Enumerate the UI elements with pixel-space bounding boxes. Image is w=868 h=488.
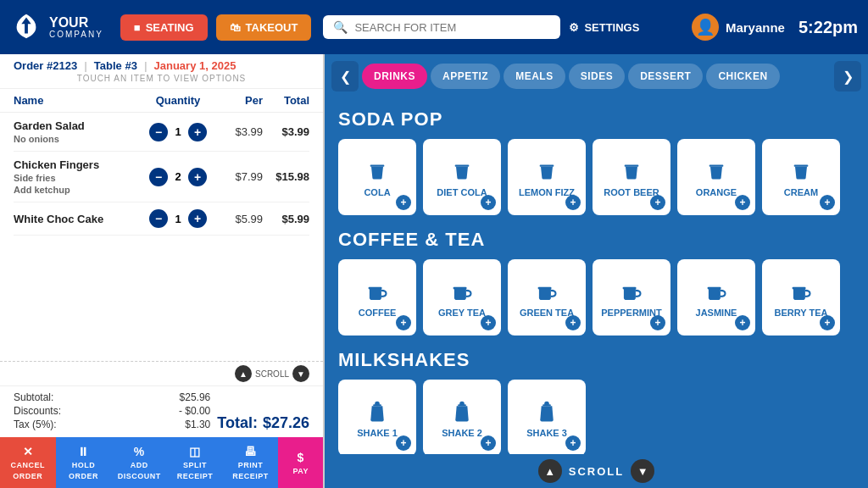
order-info-bar: Order #2123 | Table #3 | January 1, 2025… <box>0 54 323 89</box>
add-item-icon[interactable]: + <box>735 195 750 210</box>
add-item-icon[interactable]: + <box>735 315 750 330</box>
add-item-icon[interactable]: + <box>650 315 665 330</box>
column-headers: Name Quantity Per Total <box>0 89 323 113</box>
print-button[interactable]: 🖶PRINTRECEIPT <box>223 437 279 488</box>
add-item-icon[interactable]: + <box>481 435 496 451</box>
scroll-up-button[interactable]: ▲ <box>235 365 252 382</box>
menu-item-label: ORANGE <box>696 187 737 197</box>
increase-qty-button[interactable]: + <box>188 123 207 141</box>
add-item-icon[interactable]: + <box>565 195 581 210</box>
subtotal-row: Subtotal: $25.96 <box>14 391 210 403</box>
tab-dessert[interactable]: DESSERT <box>628 64 703 89</box>
table-row[interactable]: Garden Salad No onions − 1 + $3.99 $3.99 <box>14 113 309 152</box>
increase-qty-button[interactable]: + <box>188 168 207 186</box>
menu-item[interactable]: SHAKE 2 + <box>423 380 501 454</box>
add-item-icon[interactable]: + <box>565 435 581 451</box>
menu-item-label: SHAKE 2 <box>442 428 482 438</box>
increase-qty-button[interactable]: + <box>188 209 207 228</box>
seating-button[interactable]: ■ SEATING <box>120 14 208 41</box>
menu-item[interactable]: JASMINE + <box>677 259 755 336</box>
main-content: Order #2123 | Table #3 | January 1, 2025… <box>0 54 868 488</box>
col-header-qty: Quantity <box>144 94 212 107</box>
section-title: MILKSHAKES <box>338 349 854 371</box>
add-item-icon[interactable]: + <box>481 315 496 330</box>
add-item-icon[interactable]: + <box>820 195 835 210</box>
cup-icon <box>535 160 559 184</box>
add-item-icon[interactable]: + <box>565 315 581 330</box>
menu-item-label: SHAKE 3 <box>526 428 567 438</box>
menu-item[interactable]: SHAKE 3 + <box>508 380 586 454</box>
item-price: $5.99 <box>212 213 263 225</box>
time-display: 5:22pm <box>798 18 858 37</box>
item-total: $3.99 <box>263 125 309 138</box>
menu-item[interactable]: DIET COLA + <box>423 139 501 215</box>
menu-item[interactable]: BERRY TEA + <box>762 259 840 336</box>
pay-icon: $ <box>298 451 304 464</box>
svg-point-15 <box>459 402 465 407</box>
menu-item-label: COLA <box>364 187 390 197</box>
menu-section: MILKSHAKES SHAKE 1 + SHAKE 2 + SHAKE <box>338 349 854 454</box>
mug-icon <box>535 280 559 304</box>
avatar: 👤 <box>692 14 719 41</box>
table-number: Table #3 <box>94 59 137 72</box>
decrease-qty-button[interactable]: − <box>149 123 168 141</box>
svg-rect-2 <box>540 165 554 167</box>
search-box[interactable]: 🔍 <box>323 15 560 39</box>
add-item-icon[interactable]: + <box>481 195 496 210</box>
item-price: $7.99 <box>212 170 263 183</box>
mug-icon <box>365 280 389 304</box>
table-row[interactable]: White Choc Cake − 1 + $5.99 $5.99 <box>14 202 309 236</box>
mug-icon <box>789 280 813 304</box>
cup-icon <box>365 160 389 184</box>
menu-item[interactable]: ORANGE + <box>677 139 755 215</box>
tab-chicken[interactable]: CHICKEN <box>706 64 779 89</box>
hold-button[interactable]: ⏸HOLDORDER <box>56 437 112 488</box>
svg-rect-11 <box>793 287 806 290</box>
menu-item[interactable]: LEMON FIZZ + <box>508 139 586 215</box>
add-item-icon[interactable]: + <box>396 195 411 210</box>
tab-drinks[interactable]: DRINKS <box>362 64 427 89</box>
scroll-indicator: ▲ SCROLL ▼ <box>0 361 323 385</box>
scroll-down-button[interactable]: ▼ <box>292 365 309 382</box>
menu-item[interactable]: SHAKE 1 + <box>338 380 416 454</box>
menu-item[interactable]: COLA + <box>338 139 416 215</box>
settings-button[interactable]: ⚙ SETTINGS <box>569 21 639 34</box>
tab-appetiz[interactable]: APPETIZ <box>431 64 500 89</box>
company-name: YOUR COMPANY <box>49 15 103 40</box>
svg-rect-8 <box>538 287 552 290</box>
menu-item-label: LEMON FIZZ <box>519 187 575 197</box>
decrease-qty-button[interactable]: − <box>149 168 168 186</box>
menu-item[interactable]: COFFEE + <box>338 259 416 336</box>
menu-scroll-down-button[interactable]: ▼ <box>631 459 654 483</box>
add-item-icon[interactable]: + <box>396 435 411 451</box>
user-info: 👤 Maryanne <box>692 14 785 41</box>
table-row[interactable]: Chicken Fingers Side friesAdd ketchup − … <box>14 152 309 202</box>
tab-meals[interactable]: MEALS <box>504 64 565 89</box>
decrease-qty-button[interactable]: − <box>149 209 168 228</box>
menu-item[interactable]: CREAM + <box>762 139 840 215</box>
menu-item[interactable]: GREEN TEA + <box>508 259 586 336</box>
tab-scroll-left-button[interactable]: ❮ <box>331 61 359 92</box>
menu-scroll-up-button[interactable]: ▲ <box>538 459 562 483</box>
section-title: SODA POP <box>338 108 854 130</box>
add-item-icon[interactable]: + <box>396 315 411 330</box>
svg-point-13 <box>375 402 380 407</box>
tab-scroll-right-button[interactable]: ❯ <box>834 61 861 92</box>
menu-item[interactable]: GREY TEA + <box>423 259 501 336</box>
order-items-list: Garden Salad No onions − 1 + $3.99 $3.99… <box>0 113 323 361</box>
discount-button[interactable]: %ADDDISCOUNT <box>111 437 167 488</box>
cup-icon <box>789 160 813 184</box>
top-navigation: YOUR COMPANY ■ SEATING 🛍 TAKEOUT 🔍 ⚙ SET… <box>0 0 868 54</box>
takeout-button[interactable]: 🛍 TAKEOUT <box>216 14 312 41</box>
add-item-icon[interactable]: + <box>650 195 665 210</box>
menu-item[interactable]: ROOT BEER + <box>593 139 670 215</box>
tab-sides[interactable]: SIDES <box>569 64 626 89</box>
menu-item[interactable]: PEPPERMINT + <box>593 259 670 336</box>
tax-row: Tax (5%): $1.30 <box>14 419 210 430</box>
split-button[interactable]: ◫SPLITRECEIPT <box>167 437 223 488</box>
search-input[interactable] <box>354 21 550 34</box>
cancel-button[interactable]: ✕CANCELORDER <box>0 437 56 488</box>
username: Maryanne <box>726 20 785 35</box>
add-item-icon[interactable]: + <box>820 315 835 330</box>
pay-button[interactable]: $PAY <box>278 437 323 488</box>
